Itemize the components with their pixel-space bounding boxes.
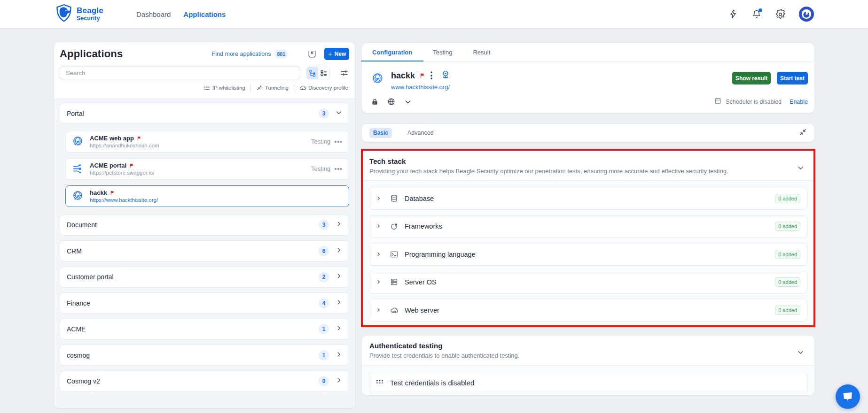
- tech-row-programming-language[interactable]: Programming language 0 added: [369, 243, 807, 266]
- chevron-down-icon[interactable]: [797, 164, 804, 173]
- group-name: Portal: [67, 110, 84, 117]
- ip-whitelisting-link[interactable]: IP whitelisting: [203, 84, 245, 91]
- group-name: cosmog: [67, 352, 90, 359]
- chevron-down-icon[interactable]: [336, 109, 342, 118]
- calendar-icon: [714, 97, 721, 106]
- discovery-profile-label: Discovery profile: [308, 85, 348, 91]
- group-cosmog-v2[interactable]: Cosmog v2 0: [60, 371, 349, 392]
- group-finance[interactable]: Finance 4: [60, 292, 349, 314]
- nav-applications[interactable]: Applications: [183, 10, 226, 18]
- chevron-right-icon[interactable]: [336, 247, 342, 255]
- group-customer-portal[interactable]: Customer portal 2: [60, 267, 349, 288]
- added-count-badge: 0 added: [775, 250, 800, 259]
- chevron-right-icon[interactable]: [336, 351, 342, 360]
- more-options-icon[interactable]: •••: [334, 165, 343, 173]
- detail-tabs: Configuration Testing Result: [362, 43, 814, 61]
- group-portal[interactable]: Portal 3: [60, 103, 349, 124]
- chevron-right-icon[interactable]: [376, 278, 383, 286]
- user-avatar[interactable]: [799, 7, 814, 22]
- tech-row-frameworks[interactable]: Frameworks 0 added: [369, 215, 807, 238]
- group-count-badge: 3: [319, 108, 329, 119]
- web-app-icon: [371, 72, 384, 85]
- group-crm[interactable]: CRM 6: [60, 240, 349, 261]
- tunneling-link[interactable]: Tunneling: [256, 84, 289, 91]
- chat-widget-button[interactable]: [836, 384, 860, 409]
- api-icon: [72, 163, 84, 175]
- chevron-down-icon[interactable]: [404, 98, 412, 107]
- more-options-icon[interactable]: •••: [334, 138, 343, 146]
- applications-panel: Applications Find more applications 801 …: [54, 42, 355, 408]
- view-toggle: [306, 67, 330, 79]
- collapse-icon[interactable]: [799, 128, 807, 138]
- chevron-right-icon[interactable]: [336, 221, 342, 229]
- tech-stack-description: Providing your tech stack helps Beagle S…: [369, 168, 807, 175]
- lock-icon[interactable]: [371, 98, 378, 107]
- tech-row-label: Frameworks: [405, 222, 442, 230]
- show-result-button[interactable]: Show result: [732, 72, 771, 84]
- app-name: ACME web app: [90, 135, 134, 142]
- globe-icon[interactable]: [387, 98, 395, 107]
- group-count-badge: 2: [319, 272, 329, 282]
- tech-row-web-server[interactable]: Web server 0 added: [369, 299, 807, 322]
- badge-award-icon[interactable]: [441, 70, 450, 81]
- tunneling-label: Tunneling: [265, 85, 289, 91]
- tab-testing[interactable]: Testing: [432, 43, 453, 61]
- app-row-hackk[interactable]: hackk https://www.hackthissite.org/: [65, 185, 349, 207]
- import-icon[interactable]: [308, 50, 316, 58]
- more-options-icon[interactable]: •••: [430, 71, 433, 81]
- group-name: CRM: [67, 247, 82, 255]
- group-count-badge: 6: [319, 246, 329, 256]
- tech-stack-section: Tech stack Providing your tech stack hel…: [362, 151, 814, 325]
- group-cosmog[interactable]: cosmog 1: [60, 345, 349, 366]
- tab-basic[interactable]: Basic: [369, 128, 392, 138]
- start-test-button[interactable]: Start test: [777, 72, 808, 84]
- app-row-acme-portal[interactable]: ACME portal https://petstore.swagger.io/…: [65, 158, 349, 180]
- tab-result[interactable]: Result: [472, 43, 491, 61]
- app-status: Testing: [311, 138, 330, 145]
- chevron-right-icon[interactable]: [336, 273, 342, 281]
- mode-switch-card: Basic Advanced: [362, 124, 814, 142]
- test-credentials-row[interactable]: Test credentials is disabled: [369, 372, 807, 393]
- tech-row-label: Programming language: [405, 251, 476, 258]
- auth-testing-title: Authenticated testing: [369, 342, 807, 350]
- filter-sliders-icon[interactable]: [340, 69, 348, 77]
- list-view-button[interactable]: [318, 67, 329, 79]
- chevron-right-icon[interactable]: [336, 299, 342, 307]
- tab-advanced[interactable]: Advanced: [407, 130, 434, 136]
- settings-gear-icon[interactable]: [775, 9, 785, 19]
- chevron-right-icon[interactable]: [336, 377, 342, 385]
- chevron-right-icon[interactable]: [376, 194, 383, 203]
- tech-row-server-os[interactable]: Server OS 0 added: [369, 271, 807, 294]
- added-count-badge: 0 added: [775, 222, 800, 231]
- group-document[interactable]: Document 3: [60, 215, 349, 236]
- find-more-applications-link[interactable]: Find more applications: [212, 51, 271, 57]
- tab-configuration[interactable]: Configuration: [371, 43, 413, 61]
- new-application-button[interactable]: New: [324, 48, 349, 60]
- tech-row-label: Web server: [405, 307, 439, 314]
- discovery-profile-link[interactable]: Discovery profile: [299, 84, 348, 91]
- nav-dashboard[interactable]: Dashboard: [136, 10, 171, 18]
- database-icon: [390, 194, 399, 203]
- applications-title: Applications: [60, 48, 123, 60]
- lightning-icon[interactable]: [728, 9, 738, 19]
- beagle-shield-icon: [55, 4, 73, 24]
- credentials-status-text: Test credentials is disabled: [390, 379, 474, 387]
- top-navigation: Dashboard Applications: [136, 10, 226, 18]
- chevron-right-icon[interactable]: [336, 325, 342, 333]
- notifications-bell-icon[interactable]: [752, 9, 761, 19]
- chevron-right-icon[interactable]: [376, 222, 383, 230]
- server-icon: [390, 278, 399, 286]
- app-url-link[interactable]: www.hackthissite.org/: [391, 84, 450, 91]
- app-url: https://www.hackthissite.org/: [90, 197, 158, 203]
- chevron-down-icon[interactable]: [797, 349, 804, 358]
- group-name: ACME: [67, 325, 86, 333]
- scheduler-enable-link[interactable]: Enable: [790, 99, 808, 105]
- brand-logo[interactable]: Beagle Security: [55, 4, 103, 24]
- chevron-right-icon[interactable]: [376, 306, 383, 314]
- chevron-right-icon[interactable]: [376, 250, 383, 259]
- group-acme[interactable]: ACME 1: [60, 319, 349, 340]
- search-input[interactable]: [60, 67, 300, 79]
- app-row-acme-web-app[interactable]: ACME web app https://anandhukrishnan.com…: [65, 131, 349, 153]
- tree-view-button[interactable]: [307, 67, 318, 79]
- tech-row-database[interactable]: Database 0 added: [369, 187, 807, 210]
